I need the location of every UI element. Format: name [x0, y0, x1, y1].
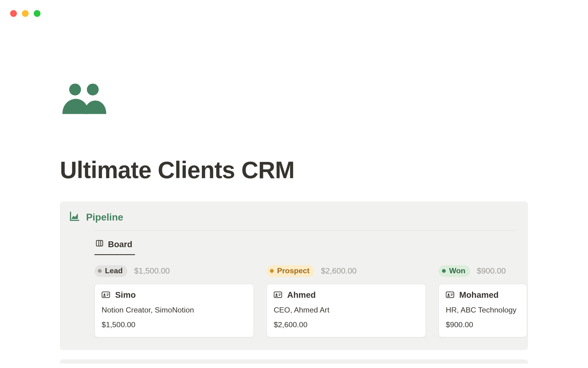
- stage-label: Lead: [105, 266, 123, 276]
- stage-dot: [270, 269, 273, 273]
- card-amount: $1,500.00: [102, 320, 247, 329]
- next-panel-peek: [60, 359, 528, 363]
- board: Lead $1,500.00 Simo Notion Creat: [94, 265, 516, 337]
- card-subtitle: HR, ABC Technology: [446, 305, 520, 314]
- contact-card-icon: [102, 291, 110, 298]
- contact-card-icon: [274, 291, 282, 298]
- tab-board-label: Board: [108, 239, 133, 249]
- window-controls: [10, 10, 40, 17]
- pipeline-name: Pipeline: [86, 211, 123, 223]
- svg-rect-10: [279, 295, 281, 296]
- minimize-window-button[interactable]: [22, 10, 29, 17]
- column-total: $900.00: [477, 266, 506, 276]
- svg-rect-9: [279, 294, 281, 294]
- stage-label: Won: [449, 266, 466, 276]
- card-name: Ahmed: [287, 290, 316, 300]
- svg-rect-11: [446, 292, 454, 297]
- stage-pill-prospect[interactable]: Prospect: [266, 265, 314, 277]
- card-name: Simo: [115, 290, 136, 300]
- card-subtitle: Notion Creator, SimoNotion: [102, 305, 247, 314]
- column-prospect: Prospect $2,600.00 Ahmed CEO, Ah: [266, 265, 426, 337]
- zoom-window-button[interactable]: [34, 10, 40, 17]
- svg-rect-13: [451, 294, 453, 294]
- people-icon: [60, 80, 528, 118]
- svg-rect-6: [107, 295, 108, 296]
- page-title: Ultimate Clients CRM: [60, 156, 528, 184]
- column-total: $1,500.00: [134, 266, 170, 276]
- card-lead-0[interactable]: Simo Notion Creator, SimoNotion $1,500.0…: [94, 284, 254, 337]
- svg-rect-14: [451, 295, 453, 296]
- stage-dot: [442, 269, 446, 273]
- card-amount: $2,600.00: [274, 320, 419, 329]
- svg-rect-5: [107, 294, 109, 294]
- column-won: Won $900.00 Mohamed HR, ABC Tech: [439, 265, 527, 337]
- contact-card-icon: [446, 291, 454, 298]
- column-lead: Lead $1,500.00 Simo Notion Creat: [94, 265, 254, 337]
- chart-area-icon: [69, 211, 80, 223]
- card-prospect-0[interactable]: Ahmed CEO, Ahmed Art $2,600.00: [266, 284, 426, 337]
- tab-board[interactable]: Board: [94, 235, 135, 255]
- svg-rect-3: [102, 292, 110, 297]
- card-amount: $900.00: [446, 320, 520, 329]
- svg-rect-7: [274, 292, 282, 297]
- view-tabs: Board: [94, 235, 516, 255]
- svg-point-8: [276, 293, 277, 295]
- pipeline-panel: Pipeline Board: [60, 201, 528, 350]
- stage-dot: [98, 269, 101, 273]
- divider: [94, 230, 516, 230]
- column-total: $2,600.00: [321, 266, 356, 276]
- svg-point-4: [104, 293, 105, 295]
- pipeline-header[interactable]: Pipeline: [69, 211, 516, 223]
- stage-label: Prospect: [277, 266, 310, 276]
- board-icon: [95, 239, 104, 249]
- stage-pill-won[interactable]: Won: [439, 265, 470, 277]
- card-name: Mohamed: [459, 290, 499, 300]
- close-window-button[interactable]: [10, 10, 17, 17]
- svg-point-1: [87, 84, 99, 96]
- svg-point-0: [69, 84, 81, 96]
- card-subtitle: CEO, Ahmed Art: [274, 305, 419, 314]
- svg-rect-2: [96, 240, 103, 246]
- stage-pill-lead[interactable]: Lead: [94, 265, 127, 277]
- card-won-0[interactable]: Mohamed HR, ABC Technology $900.00: [439, 284, 527, 337]
- svg-point-12: [448, 293, 450, 295]
